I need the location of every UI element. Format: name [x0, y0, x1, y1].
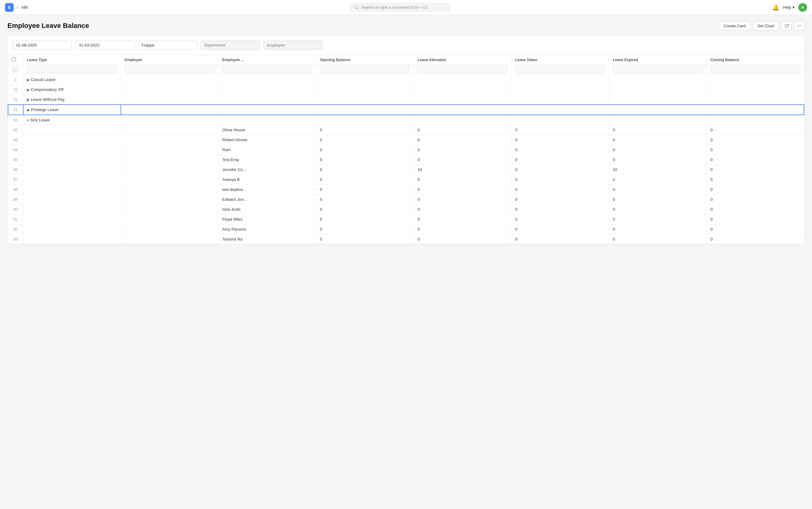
- closing-balance-cell[interactable]: 0: [707, 214, 804, 225]
- filter-opening-input[interactable]: [320, 66, 410, 73]
- group-row[interactable]: 81▾Sick Leave: [8, 115, 804, 125]
- help-button[interactable]: Help ▾: [783, 5, 794, 10]
- employee-id-cell[interactable]: [121, 205, 218, 214]
- employee-id-cell[interactable]: [121, 185, 218, 195]
- filter-emp-name-cell[interactable]: [218, 65, 316, 75]
- leave-allocated-cell[interactable]: 0: [414, 175, 511, 185]
- filter-leave-type-cell[interactable]: [23, 65, 121, 75]
- employee-id-cell[interactable]: [121, 155, 218, 165]
- leave-allocated-cell[interactable]: 0: [414, 214, 511, 225]
- row-number[interactable]: 86: [8, 165, 23, 175]
- employee-name-cell[interactable]: Isha Joshi: [218, 205, 316, 214]
- row-number[interactable]: 92: [8, 225, 23, 234]
- col-leave-taken[interactable]: Leave Taken: [511, 55, 609, 65]
- employee-name-cell[interactable]: Jennifer Co...: [218, 165, 316, 175]
- leave-type-cell[interactable]: [23, 165, 121, 175]
- leave-type-cell[interactable]: [23, 155, 121, 165]
- leave-allocated-cell[interactable]: 10: [414, 165, 511, 175]
- search-bar[interactable]: Search or type a command (Ctrl + G): [350, 3, 450, 11]
- closing-balance-cell[interactable]: 0: [707, 165, 804, 175]
- filter-employee-input[interactable]: [125, 66, 215, 73]
- leave-expired-cell[interactable]: 0: [609, 225, 707, 234]
- tree-toggle-icon[interactable]: ▶: [27, 98, 30, 101]
- company-input[interactable]: [138, 41, 197, 50]
- select-all-checkbox[interactable]: [12, 58, 16, 62]
- leave-type-cell[interactable]: [23, 234, 121, 244]
- closing-balance-cell[interactable]: 0: [707, 145, 804, 155]
- create-card-button[interactable]: Create Card: [719, 22, 750, 30]
- table-row[interactable]: 82Olivia House00000: [8, 125, 804, 135]
- leave-expired-cell[interactable]: 0: [609, 155, 707, 165]
- filter-allocated-input[interactable]: [417, 66, 508, 73]
- row-number[interactable]: 83: [8, 135, 23, 145]
- opening-balance-cell[interactable]: 0: [316, 125, 414, 135]
- opening-balance-cell[interactable]: 0: [316, 165, 414, 175]
- group-row[interactable]: 1▶Casual Leave: [8, 75, 804, 85]
- leave-taken-cell[interactable]: 0: [511, 205, 609, 214]
- leave-taken-cell[interactable]: 0: [511, 175, 609, 185]
- closing-balance-cell[interactable]: 0: [707, 185, 804, 195]
- leave-allocated-cell[interactable]: 0: [414, 155, 511, 165]
- leave-expired-cell[interactable]: 0: [609, 145, 707, 155]
- row-number[interactable]: 91: [8, 214, 23, 225]
- employee-name-cell[interactable]: Robert House: [218, 135, 316, 145]
- date-from-input[interactable]: [13, 41, 72, 50]
- employee-name-cell[interactable]: Test Emp: [218, 155, 316, 165]
- closing-balance-cell[interactable]: 0: [707, 155, 804, 165]
- leave-allocated-cell[interactable]: 0: [414, 205, 511, 214]
- leave-taken-cell[interactable]: 0: [511, 214, 609, 225]
- filter-employee-cell[interactable]: [121, 65, 218, 75]
- employee-id-cell[interactable]: [121, 165, 218, 175]
- leave-expired-cell[interactable]: 0: [609, 214, 707, 225]
- filter-closing-input[interactable]: [710, 66, 800, 73]
- row-number[interactable]: 88: [8, 185, 23, 195]
- opening-balance-cell[interactable]: 0: [316, 185, 414, 195]
- filter-emp-name-input[interactable]: [222, 66, 312, 73]
- leave-type-cell[interactable]: [23, 205, 121, 214]
- closing-balance-cell[interactable]: 0: [707, 225, 804, 234]
- group-label-cell[interactable]: ▾Sick Leave: [23, 115, 121, 125]
- avatar[interactable]: A: [798, 3, 807, 12]
- employee-name-cell[interactable]: Olivia House: [218, 125, 316, 135]
- table-row[interactable]: 90Isha Joshi00000: [8, 205, 804, 214]
- table-row[interactable]: 87Ananya B00000: [8, 175, 804, 185]
- row-number[interactable]: 84: [8, 145, 23, 155]
- leave-type-cell[interactable]: [23, 185, 121, 195]
- leave-expired-cell[interactable]: 0: [609, 185, 707, 195]
- row-number[interactable]: 87: [8, 175, 23, 185]
- leave-allocated-cell[interactable]: 0: [414, 225, 511, 234]
- row-number[interactable]: 89: [8, 195, 23, 205]
- refresh-button[interactable]: [782, 22, 791, 30]
- leave-allocated-cell[interactable]: 0: [414, 185, 511, 195]
- employee-name-cell[interactable]: test duplica...: [218, 185, 316, 195]
- filter-allocated-cell[interactable]: [414, 65, 511, 75]
- col-employee[interactable]: Employee: [121, 55, 218, 65]
- employee-id-cell[interactable]: [121, 195, 218, 205]
- closing-balance-cell[interactable]: 0: [707, 205, 804, 214]
- leave-expired-cell[interactable]: 0: [609, 125, 707, 135]
- leave-taken-cell[interactable]: 0: [511, 165, 609, 175]
- leave-allocated-cell[interactable]: 0: [414, 145, 511, 155]
- opening-balance-cell[interactable]: 0: [316, 214, 414, 225]
- table-row[interactable]: 88test duplica...00000: [8, 185, 804, 195]
- leave-expired-cell[interactable]: 10: [609, 165, 707, 175]
- table-row[interactable]: 86Jennifer Co...0100100: [8, 165, 804, 175]
- leave-expired-cell[interactable]: 0: [609, 205, 707, 214]
- leave-expired-cell[interactable]: 0: [609, 195, 707, 205]
- filter-opening-cell[interactable]: [316, 65, 414, 75]
- leave-allocated-cell[interactable]: 0: [414, 195, 511, 205]
- filter-leave-type-input[interactable]: [27, 66, 117, 73]
- employee-id-cell[interactable]: [121, 135, 218, 145]
- row-number[interactable]: 82: [8, 125, 23, 135]
- employee-input[interactable]: [264, 41, 323, 50]
- table-row[interactable]: 92Amy Parsons00000: [8, 225, 804, 234]
- leave-taken-cell[interactable]: 0: [511, 185, 609, 195]
- opening-balance-cell[interactable]: 0: [316, 175, 414, 185]
- more-options-button[interactable]: [794, 21, 805, 30]
- row-number[interactable]: 93: [8, 234, 23, 244]
- col-employee-name[interactable]: Employee ...: [218, 55, 316, 65]
- group-label-cell[interactable]: ▶Privilege Leave: [23, 105, 121, 115]
- opening-balance-cell[interactable]: 0: [316, 205, 414, 214]
- col-opening-balance[interactable]: Opening Balance: [316, 55, 414, 65]
- leave-expired-cell[interactable]: 0: [609, 175, 707, 185]
